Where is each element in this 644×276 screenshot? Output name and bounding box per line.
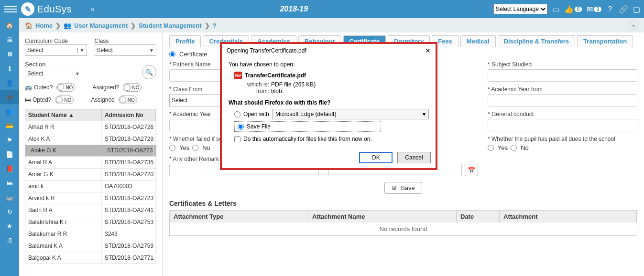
table-row[interactable]: Alok K ASTD/2018-OA2729 xyxy=(25,133,156,145)
collapse-icon[interactable]: « xyxy=(629,21,638,30)
auto-label: Do this automatically for files like thi… xyxy=(243,136,372,142)
person-icon[interactable]: 👤 xyxy=(0,75,19,90)
certificate-radio[interactable] xyxy=(169,51,175,57)
bc-sm[interactable]: Student Management xyxy=(139,22,201,29)
subject-label: * Subject Studied xyxy=(488,61,532,68)
conduct-input[interactable] xyxy=(488,119,637,131)
chevron-right-icon: ❯ xyxy=(131,22,136,29)
attachment-table: Attachment Type Attachment Name Date Att… xyxy=(169,210,637,236)
bc-um[interactable]: User Management xyxy=(74,22,128,29)
group-icon[interactable]: 👥 xyxy=(0,104,19,118)
search-icon[interactable]: 🔍 xyxy=(142,65,156,79)
card-icon[interactable]: ▭ xyxy=(552,5,559,14)
doc-icon[interactable]: 📄 xyxy=(0,147,19,161)
table-row[interactable]: Balgopal K ASTD/2018-OA2771 xyxy=(25,252,156,264)
col-attach-name[interactable]: Attachment Name xyxy=(308,211,457,223)
student-table: Student Name ▲ Admission No Alhad R RSTD… xyxy=(25,109,156,264)
home-icon-bc: 🏠 xyxy=(25,22,33,29)
father-label: * Father's Name xyxy=(169,61,210,68)
menu-toggle[interactable] xyxy=(4,2,17,16)
section-select[interactable]: Select▼ xyxy=(25,68,82,79)
assigned-toggle[interactable]: NO xyxy=(123,83,142,92)
card2-icon[interactable]: 💳 xyxy=(0,118,19,133)
table-row[interactable]: Badri R ASTD/2018-OA2741 xyxy=(25,204,156,216)
add-user-icon[interactable]: ➕ xyxy=(0,90,19,104)
class-label: Class xyxy=(95,38,109,44)
table-row[interactable]: Balakumar R R3243 xyxy=(25,228,156,240)
print-icon[interactable]: 🖨 xyxy=(0,233,19,247)
table-row[interactable]: amit kOA700003 xyxy=(25,180,156,192)
tab-transportation[interactable]: Transportation xyxy=(577,35,633,47)
col-attach-type[interactable]: Attachment Type xyxy=(170,211,308,223)
open-with-radio[interactable] xyxy=(234,111,240,117)
bus-icon[interactable]: 🚌 xyxy=(0,190,19,204)
col-student-name[interactable]: Student Name ▲ xyxy=(25,109,102,121)
chevrons-icon[interactable]: » xyxy=(91,5,95,13)
table-row[interactable]: Amal R ASTD/2018-OA2735 xyxy=(25,156,156,168)
class-select[interactable]: Select▼ xyxy=(95,44,157,56)
info-icon[interactable]: ℹ xyxy=(0,61,19,75)
logo-icon: ✎ xyxy=(21,2,34,16)
remark-label: * Any other Remark xyxy=(169,156,219,162)
curriculum-label: Curriculum Code xyxy=(25,38,68,44)
calendar-icon[interactable]: 📅 xyxy=(465,164,478,176)
col-date[interactable]: Date xyxy=(457,211,500,223)
save-file-radio[interactable] xyxy=(238,124,244,130)
save-file-label: Save File xyxy=(247,123,271,130)
logo[interactable]: ✎ EduSys xyxy=(21,2,72,16)
no-records: No records found xyxy=(170,223,637,235)
paid-no-radio[interactable] xyxy=(511,145,517,151)
tab-medical[interactable]: Medical xyxy=(460,35,496,47)
help-icon[interactable]: ？ xyxy=(606,4,614,14)
home-icon[interactable]: 🏠 xyxy=(0,18,19,32)
open-with-select[interactable]: Microsoft Edge (default)▾ xyxy=(272,109,429,119)
conduct-label: * General conduct xyxy=(488,111,534,117)
thumbs-up-icon[interactable]: 👍0 xyxy=(564,5,582,14)
bed-icon[interactable]: 🛏 xyxy=(0,176,19,190)
link-icon[interactable]: 🔗 xyxy=(619,5,628,14)
bus-opted-toggle[interactable]: NO xyxy=(56,83,75,92)
section-label: Section xyxy=(25,61,45,68)
mail-icon[interactable]: ✉0 xyxy=(587,5,601,14)
table-row[interactable]: Aloke G KSTD/2018-OA2732 xyxy=(25,145,156,156)
fail-yes-radio[interactable] xyxy=(169,145,175,151)
flag-icon[interactable]: ⚑ xyxy=(0,133,19,147)
refresh-icon[interactable]: ↻ xyxy=(0,204,19,219)
open-with-label: Open with xyxy=(243,111,269,117)
file-from: blob: xyxy=(271,88,284,95)
close-icon[interactable]: ✕ xyxy=(425,47,431,54)
file-name: TransferCertificate.pdf xyxy=(245,72,306,79)
users-icon: 👥 xyxy=(64,22,71,29)
language-select[interactable]: Select Language xyxy=(493,4,547,14)
tab-profile[interactable]: Profile xyxy=(169,35,201,47)
table-row[interactable]: Balamani K ASTD/2018-OA2759 xyxy=(25,240,156,252)
bed-opted-toggle[interactable]: NO xyxy=(55,96,74,104)
student-filter-panel: Curriculum Code Select▼ Class Select▼ Se… xyxy=(19,32,163,276)
monitor-icon[interactable]: 🖥 xyxy=(0,47,19,61)
fail-no-radio[interactable] xyxy=(192,145,198,151)
curriculum-select[interactable]: Select▼ xyxy=(25,44,87,56)
assigned2-toggle[interactable]: NO xyxy=(119,96,137,104)
cancel-button[interactable]: Cancel xyxy=(397,152,431,163)
download-dialog: Opening TransferCertificate.pdf ✕ You ha… xyxy=(220,42,437,170)
bank-icon[interactable]: 🏛 xyxy=(0,32,19,47)
book-icon[interactable]: 📕 xyxy=(0,161,19,176)
user-icon[interactable]: ▢ xyxy=(633,5,640,14)
dialog-title: Opening TransferCertificate.pdf xyxy=(227,47,306,54)
auto-checkbox[interactable] xyxy=(234,136,240,142)
star-icon[interactable]: ★ xyxy=(0,219,19,233)
table-row[interactable]: Amar G KSTD/2018-OA2720 xyxy=(25,168,156,180)
bc-home[interactable]: Home xyxy=(35,22,53,29)
table-row[interactable]: Arvind k RSTD/2018-OA2723 xyxy=(25,192,156,204)
tab-discipline-transfers[interactable]: Discipline & Transfers xyxy=(498,35,576,47)
paid-yes-radio[interactable] xyxy=(488,145,494,151)
ok-button[interactable]: OK xyxy=(359,152,393,163)
col-attachment[interactable]: Attachment xyxy=(500,211,637,223)
subject-input[interactable] xyxy=(488,69,637,82)
acad-year-from-input[interactable] xyxy=(488,94,637,106)
table-row[interactable]: Alhad R RSTD/2018-OA2726 xyxy=(25,121,156,133)
save-button[interactable]: 🗎 Save xyxy=(384,182,422,194)
year-label: 2018-19 xyxy=(95,5,493,13)
table-row[interactable]: Balakrishna K rSTD/2018-OA2753 xyxy=(25,216,156,228)
col-admission-no[interactable]: Admission No xyxy=(102,109,156,121)
